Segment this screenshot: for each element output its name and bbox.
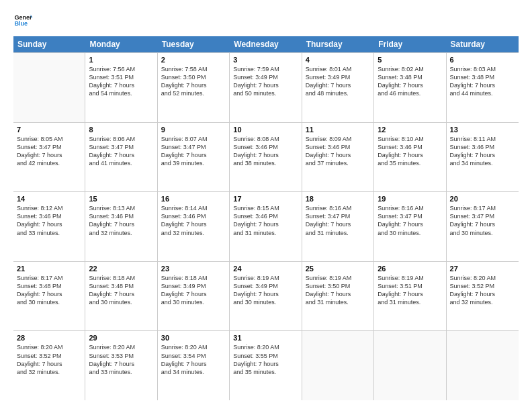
day-header-friday: Friday bbox=[374, 36, 446, 52]
day-number: 28 bbox=[17, 334, 81, 342]
daylight1: Daylight: 7 hours bbox=[450, 151, 515, 159]
cal-cell: 20 Sunrise: 8:17 AM Sunset: 3:47 PM Dayl… bbox=[447, 192, 519, 261]
day-number: 31 bbox=[233, 334, 298, 342]
daylight2: and 35 minutes. bbox=[378, 159, 442, 167]
sunset: Sunset: 3:47 PM bbox=[89, 143, 153, 151]
sunrise: Sunrise: 8:06 AM bbox=[89, 135, 153, 143]
logo: General Blue bbox=[13, 11, 35, 30]
daylight1: Daylight: 7 hours bbox=[450, 220, 515, 228]
cal-cell: 12 Sunrise: 8:10 AM Sunset: 3:46 PM Dayl… bbox=[374, 123, 446, 192]
week-row-2: 14 Sunrise: 8:12 AM Sunset: 3:46 PM Dayl… bbox=[13, 192, 519, 262]
cal-cell: 6 Sunrise: 8:03 AM Sunset: 3:48 PM Dayli… bbox=[447, 53, 519, 122]
cal-cell: 25 Sunrise: 8:19 AM Sunset: 3:50 PM Dayl… bbox=[302, 262, 374, 331]
sunset: Sunset: 3:47 PM bbox=[378, 212, 442, 220]
daylight2: and 30 minutes. bbox=[89, 298, 153, 306]
week-row-0: 1 Sunrise: 7:56 AM Sunset: 3:51 PM Dayli… bbox=[13, 53, 519, 123]
cal-cell: 4 Sunrise: 8:01 AM Sunset: 3:49 PM Dayli… bbox=[302, 53, 374, 122]
sunset: Sunset: 3:49 PM bbox=[306, 73, 370, 81]
day-number: 11 bbox=[306, 126, 370, 134]
day-number: 7 bbox=[17, 126, 81, 134]
day-number: 17 bbox=[233, 195, 298, 203]
sunrise: Sunrise: 8:20 AM bbox=[161, 343, 226, 351]
daylight2: and 31 minutes. bbox=[306, 229, 370, 237]
cal-cell: 19 Sunrise: 8:16 AM Sunset: 3:47 PM Dayl… bbox=[374, 192, 446, 261]
day-header-wednesday: Wednesday bbox=[230, 36, 302, 52]
daylight2: and 33 minutes. bbox=[89, 368, 153, 376]
sunset: Sunset: 3:47 PM bbox=[450, 212, 515, 220]
cal-cell: 30 Sunrise: 8:20 AM Sunset: 3:54 PM Dayl… bbox=[158, 331, 230, 400]
cal-cell: 26 Sunrise: 8:19 AM Sunset: 3:51 PM Dayl… bbox=[374, 262, 446, 331]
day-number: 9 bbox=[161, 126, 226, 134]
daylight1: Daylight: 7 hours bbox=[89, 360, 153, 368]
sunrise: Sunrise: 8:07 AM bbox=[161, 135, 226, 143]
sunset: Sunset: 3:51 PM bbox=[378, 282, 442, 290]
day-number: 8 bbox=[89, 126, 153, 134]
daylight2: and 31 minutes. bbox=[306, 298, 370, 306]
sunrise: Sunrise: 8:09 AM bbox=[306, 135, 370, 143]
day-number: 3 bbox=[233, 56, 298, 64]
day-number: 12 bbox=[378, 126, 442, 134]
cal-cell: 3 Sunrise: 7:59 AM Sunset: 3:49 PM Dayli… bbox=[230, 53, 302, 122]
cal-cell: 18 Sunrise: 8:16 AM Sunset: 3:47 PM Dayl… bbox=[302, 192, 374, 261]
sunset: Sunset: 3:52 PM bbox=[450, 282, 515, 290]
cal-cell: 17 Sunrise: 8:15 AM Sunset: 3:46 PM Dayl… bbox=[230, 192, 302, 261]
sunset: Sunset: 3:53 PM bbox=[89, 352, 153, 360]
sunrise: Sunrise: 8:17 AM bbox=[450, 204, 515, 212]
day-header-tuesday: Tuesday bbox=[158, 36, 230, 52]
daylight1: Daylight: 7 hours bbox=[89, 290, 153, 298]
sunrise: Sunrise: 8:14 AM bbox=[161, 204, 226, 212]
cal-cell bbox=[13, 53, 85, 122]
sunset: Sunset: 3:46 PM bbox=[306, 143, 370, 151]
day-number: 14 bbox=[17, 195, 81, 203]
daylight2: and 44 minutes. bbox=[450, 89, 515, 97]
logo-icon: General Blue bbox=[13, 11, 32, 30]
sunset: Sunset: 3:49 PM bbox=[233, 282, 298, 290]
daylight1: Daylight: 7 hours bbox=[306, 290, 370, 298]
cal-cell bbox=[447, 331, 519, 400]
cal-cell: 21 Sunrise: 8:17 AM Sunset: 3:48 PM Dayl… bbox=[13, 262, 85, 331]
daylight2: and 32 minutes. bbox=[89, 229, 153, 237]
daylight2: and 39 minutes. bbox=[161, 159, 226, 167]
cal-cell: 9 Sunrise: 8:07 AM Sunset: 3:47 PM Dayli… bbox=[158, 123, 230, 192]
day-header-sunday: Sunday bbox=[13, 36, 85, 52]
sunrise: Sunrise: 8:02 AM bbox=[378, 65, 442, 73]
daylight1: Daylight: 7 hours bbox=[450, 81, 515, 89]
sunset: Sunset: 3:52 PM bbox=[17, 352, 81, 360]
sunset: Sunset: 3:49 PM bbox=[161, 282, 226, 290]
daylight2: and 52 minutes. bbox=[161, 89, 226, 97]
sunrise: Sunrise: 8:16 AM bbox=[306, 204, 370, 212]
sunrise: Sunrise: 8:05 AM bbox=[17, 135, 81, 143]
cal-cell: 13 Sunrise: 8:11 AM Sunset: 3:46 PM Dayl… bbox=[447, 123, 519, 192]
week-row-3: 21 Sunrise: 8:17 AM Sunset: 3:48 PM Dayl… bbox=[13, 262, 519, 332]
daylight2: and 30 minutes. bbox=[17, 298, 81, 306]
day-number: 4 bbox=[306, 56, 370, 64]
sunrise: Sunrise: 8:20 AM bbox=[233, 343, 298, 351]
cal-cell: 1 Sunrise: 7:56 AM Sunset: 3:51 PM Dayli… bbox=[85, 53, 157, 122]
cal-cell: 10 Sunrise: 8:08 AM Sunset: 3:46 PM Dayl… bbox=[230, 123, 302, 192]
daylight2: and 30 minutes. bbox=[450, 229, 515, 237]
sunrise: Sunrise: 8:12 AM bbox=[17, 204, 81, 212]
daylight2: and 42 minutes. bbox=[17, 159, 81, 167]
day-number: 13 bbox=[450, 126, 515, 134]
daylight1: Daylight: 7 hours bbox=[378, 81, 442, 89]
daylight2: and 33 minutes. bbox=[17, 229, 81, 237]
sunset: Sunset: 3:55 PM bbox=[233, 352, 298, 360]
daylight1: Daylight: 7 hours bbox=[17, 360, 81, 368]
sunrise: Sunrise: 7:58 AM bbox=[161, 65, 226, 73]
daylight2: and 38 minutes. bbox=[233, 159, 298, 167]
sunset: Sunset: 3:46 PM bbox=[233, 212, 298, 220]
daylight1: Daylight: 7 hours bbox=[378, 290, 442, 298]
day-number: 19 bbox=[378, 195, 442, 203]
daylight1: Daylight: 7 hours bbox=[161, 151, 226, 159]
daylight1: Daylight: 7 hours bbox=[306, 220, 370, 228]
cal-cell: 5 Sunrise: 8:02 AM Sunset: 3:48 PM Dayli… bbox=[374, 53, 446, 122]
sunset: Sunset: 3:48 PM bbox=[89, 282, 153, 290]
sunset: Sunset: 3:46 PM bbox=[233, 143, 298, 151]
sunset: Sunset: 3:46 PM bbox=[378, 143, 442, 151]
cal-cell: 27 Sunrise: 8:20 AM Sunset: 3:52 PM Dayl… bbox=[447, 262, 519, 331]
daylight2: and 32 minutes. bbox=[161, 229, 226, 237]
sunrise: Sunrise: 7:59 AM bbox=[233, 65, 298, 73]
sunset: Sunset: 3:49 PM bbox=[233, 73, 298, 81]
cal-cell: 24 Sunrise: 8:19 AM Sunset: 3:49 PM Dayl… bbox=[230, 262, 302, 331]
sunrise: Sunrise: 8:16 AM bbox=[378, 204, 442, 212]
